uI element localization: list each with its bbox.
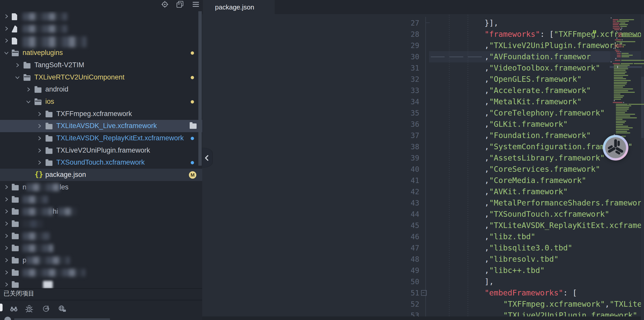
tree-item-nativeplugins[interactable]: nativeplugins [0, 47, 202, 59]
tree-item-redacted[interactable] [0, 22, 202, 35]
chevron-right-icon[interactable] [4, 282, 9, 287]
chevron-right-icon[interactable] [4, 26, 9, 31]
chevron-right-icon[interactable] [4, 233, 9, 239]
tree-item-redacted[interactable] [0, 266, 202, 279]
code-line[interactable]: }], [429, 17, 498, 29]
chevron-right-icon[interactable] [37, 160, 42, 165]
floating-logo-widget[interactable] [602, 134, 629, 162]
chevron-right-icon[interactable] [37, 123, 42, 129]
code-line[interactable]: ], [429, 276, 494, 287]
tree-item-txliteavsdk-replaykitext-xcframework[interactable]: TXLiteAVSDK_ReplayKitExt.xcframework [0, 132, 202, 144]
fold-toggle[interactable] [421, 290, 427, 296]
code-line[interactable]: ,"VideoToolbox.framework" [429, 62, 600, 74]
blurred-text [23, 25, 67, 33]
code-line[interactable]: ,"GLKit.framework" [429, 119, 568, 130]
chevron-right-icon[interactable] [4, 197, 9, 202]
tree-item-label: TXLiveRTCV2UniComponent [34, 73, 124, 81]
chevron-down-icon[interactable] [4, 50, 9, 56]
tree-item-txsoundtouch-xcframework[interactable]: TXSoundTouch.xcframework [0, 156, 202, 169]
code-line[interactable]: ,"Foundation.framework" [429, 130, 591, 141]
tree-item-redacted[interactable]: hi [0, 205, 202, 218]
code-line[interactable]: ,"MetalKit.framework" [429, 96, 582, 107]
tree-item-redacted[interactable] [0, 11, 202, 22]
minimap-line [619, 19, 634, 20]
tree-item-redacted[interactable]: p [0, 254, 202, 266]
tree-item-txliteavsdk-live-xcframework[interactable]: TXLiteAVSDK_Live.xcframework [0, 120, 202, 132]
tree-item-txffmpeg-xcframework[interactable]: TXFFmpeg.xcframework [0, 108, 202, 120]
code-line[interactable]: ,"AVFoundation.framework" [429, 51, 600, 62]
debug-icon[interactable] [25, 304, 33, 313]
minimap-line [613, 63, 620, 64]
chevron-down-icon[interactable] [15, 75, 20, 80]
chevron-down-icon[interactable] [26, 99, 31, 105]
minimap-line [622, 33, 630, 34]
code-line[interactable]: ,"TXSoundTouch.xcframework" [429, 209, 609, 220]
chevron-right-icon[interactable] [37, 135, 42, 141]
code-line[interactable]: ,"OpenGLES.framework" [429, 74, 582, 85]
tree-item-redacted[interactable] [0, 230, 202, 242]
code-line[interactable]: ,"libsqlite3.0.tbd" [429, 242, 572, 254]
chevron-right-icon[interactable] [4, 14, 9, 19]
tree-item-redacted[interactable] [0, 35, 202, 47]
minimap[interactable] [591, 15, 642, 320]
panel-handle[interactable] [0, 304, 3, 311]
tree-item-redacted[interactable]: nles [0, 181, 202, 193]
chevron-right-icon[interactable] [4, 245, 9, 251]
chevron-right-icon[interactable] [4, 221, 9, 226]
code-line[interactable]: ,"AssetsLibrary.framework" [429, 152, 605, 164]
chevron-right-icon[interactable] [15, 62, 20, 68]
modified-dot [191, 51, 194, 55]
code-editor[interactable]: 27}],28"frameworks": ["TXFFmpeg.xcframew… [202, 0, 644, 320]
code-line[interactable]: ,"libz.tbd" [429, 231, 535, 242]
folder-icon [12, 222, 19, 227]
tree-item-txlivev2uniplugin-framework[interactable]: TXLiveV2UniPlugin.framework [0, 144, 202, 157]
tree-item-ios[interactable]: ios [0, 96, 202, 108]
code-line[interactable]: ,"CoreTelephony.framework" [429, 107, 605, 119]
minimap-line [615, 39, 621, 40]
code-line[interactable]: ,"Accelerate.framework" [429, 85, 591, 96]
tree-item-redacted[interactable] [0, 193, 202, 205]
code-line[interactable]: ,"AVKit.framework" [429, 186, 568, 197]
minimap-line [621, 53, 629, 54]
tree-item-redacted[interactable] [0, 218, 202, 230]
tab-package-json[interactable]: package.json [203, 0, 275, 15]
tab-title: package.json [215, 3, 254, 11]
tree-item-redacted[interactable] [0, 242, 202, 254]
tree-item-txlivertcv2unicomponent[interactable]: TXLiveRTCV2UniComponent [0, 71, 202, 84]
menu-icon[interactable] [191, 0, 200, 9]
tree-item-redacted[interactable] [0, 278, 202, 288]
minimap-line [611, 17, 611, 18]
json-punct: , [485, 243, 489, 252]
chevron-right-icon[interactable] [4, 184, 9, 190]
blurred-text [43, 281, 53, 288]
chevron-right-icon[interactable] [4, 38, 9, 43]
minimap-line [622, 39, 622, 40]
tree-item-package-json[interactable]: {}package.jsonM [0, 169, 202, 181]
horizontal-scrollbar[interactable] [202, 316, 644, 320]
chevron-right-icon[interactable] [4, 270, 9, 275]
sidebar-scrollbar[interactable] [198, 11, 202, 166]
chevron-right-icon[interactable] [37, 148, 42, 153]
code-line[interactable]: ,"CoreMedia.framework" [429, 175, 586, 186]
minimap-viewport[interactable] [591, 51, 610, 62]
code-line[interactable]: ,"libc++.tbd" [429, 265, 545, 276]
collapse-all-icon[interactable] [176, 0, 184, 9]
code-line[interactable]: "embedFrameworks": [ [429, 287, 577, 299]
line-number: 34 [404, 98, 419, 106]
sync-icon[interactable] [41, 304, 50, 313]
chevron-right-icon[interactable] [4, 209, 9, 214]
web-icon[interactable] [58, 304, 66, 313]
closed-projects-label[interactable]: 已关闭项目 [4, 289, 34, 298]
minimap-line [616, 116, 630, 117]
chevron-right-icon[interactable] [4, 257, 9, 263]
code-line[interactable]: ,"libresolv.tbd" [429, 254, 559, 265]
tree-item-android[interactable]: android [0, 83, 202, 96]
tree-item-tangsoft-v2tim[interactable]: TangSoft-V2TIM [0, 59, 202, 71]
chevron-right-icon[interactable] [26, 87, 31, 92]
locate-icon[interactable] [160, 0, 169, 9]
chevron-right-icon[interactable] [37, 111, 42, 117]
search-icon[interactable] [9, 304, 18, 313]
code-line[interactable]: ,"CoreServices.framework" [429, 164, 600, 175]
sidebar-collapse-handle[interactable] [202, 148, 212, 167]
minimap-line [614, 87, 623, 88]
